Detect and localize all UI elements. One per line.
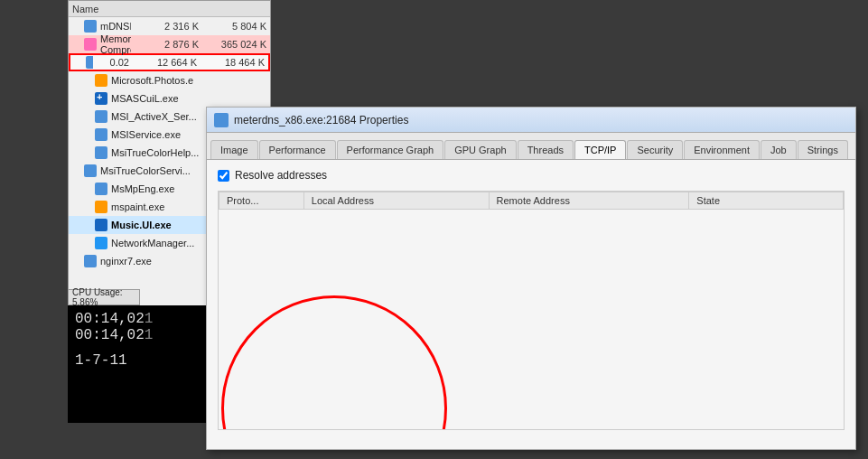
col-header-remote: Remote Address (489, 192, 689, 210)
process-icon (94, 218, 108, 232)
process-name: Memory Compression (100, 33, 131, 55)
tab-image[interactable]: Image (210, 140, 258, 159)
cpu-terminal: 00:14,021 00:14,021 1-7-11 (68, 305, 208, 423)
terminal-line-3: 1-7-11 (75, 352, 201, 369)
process-name: MsiTrueColorServi... (100, 165, 191, 176)
list-item[interactable]: Memory Compression 2 876 K 365 024 K (69, 35, 270, 53)
process-mem1: 2 876 K (131, 39, 199, 50)
process-mem1: 2 316 K (131, 21, 199, 32)
tab-strings[interactable]: Strings (798, 140, 848, 159)
process-name: MSI_ActiveX_Ser... (111, 111, 197, 122)
annotation-circle (221, 295, 447, 430)
process-icon (94, 182, 108, 196)
selected-process-item[interactable]: meterdns_x86.exe 0.02 12 664 K 18 464 K (69, 53, 270, 71)
process-icon (94, 109, 108, 124)
col-header-state: State (689, 192, 844, 210)
process-icon (94, 145, 108, 160)
process-name: mspaint.exe (111, 201, 164, 212)
col-header-name: Name (72, 4, 266, 14)
tab-security[interactable]: Security (627, 140, 683, 159)
tab-threads[interactable]: Threads (518, 140, 574, 159)
process-icon (83, 19, 98, 33)
process-icon (94, 127, 108, 142)
cpu-usage-label: CPU Usage: 5.86% (72, 287, 135, 307)
tab-gpu-graph[interactable]: GPU Graph (444, 140, 516, 159)
process-name: MSASCuiL.exe (111, 93, 179, 104)
process-name: MsiTrueColorHelp... (111, 147, 199, 158)
process-name: nginxr7.exe (100, 256, 152, 267)
tcp-table: Proto... Local Address Remote Address St… (219, 192, 844, 210)
tab-performance[interactable]: Performance (259, 140, 336, 159)
process-icon (83, 164, 98, 178)
process-mem2: 5 804 K (199, 21, 266, 32)
process-name: Microsoft.Photos.e (111, 75, 193, 86)
window-titlebar: meterdns_x86.exe:21684 Properties (207, 108, 855, 133)
process-icon (94, 200, 108, 214)
process-icon (83, 37, 98, 52)
col-header-local: Local Address (303, 192, 489, 210)
process-name: MSIService.exe (111, 129, 181, 140)
process-name: MsMpEng.exe (111, 183, 174, 194)
terminal-line-1: 00:14,021 (75, 311, 201, 327)
tabs-bar: Image Performance Performance Graph GPU … (207, 133, 855, 160)
window-icon (214, 113, 229, 127)
tab-performance-graph[interactable]: Performance Graph (337, 140, 444, 159)
resolve-addresses-row: Resolve addresses (218, 169, 845, 182)
tab-job[interactable]: Job (761, 140, 797, 159)
terminal-line-2: 00:14,021 (75, 327, 201, 343)
process-icon (94, 73, 108, 88)
process-icon (83, 254, 98, 268)
process-name: Music.UI.exe (111, 220, 172, 230)
process-icon (85, 55, 93, 70)
process-name: mDNSResponder.exe (100, 21, 131, 32)
list-item[interactable]: MSASCuiL.exe (69, 89, 270, 108)
process-icon (94, 91, 108, 106)
process-mem2: 365 024 K (199, 39, 266, 50)
col-header-proto: Proto... (219, 192, 304, 210)
process-mem2: 18 464 K (197, 57, 265, 68)
process-icon (94, 236, 108, 250)
properties-window: meterdns_x86.exe:21684 Properties Image … (206, 107, 856, 450)
process-name: NetworkManager... (111, 238, 194, 248)
tab-environment[interactable]: Environment (684, 140, 760, 159)
list-item[interactable]: mDNSResponder.exe 2 316 K 5 804 K (69, 17, 270, 35)
list-item[interactable]: Microsoft.Photos.e (69, 71, 270, 89)
process-mem1: 12 664 K (129, 57, 197, 68)
resolve-addresses-label: Resolve addresses (235, 169, 327, 182)
window-title: meterdns_x86.exe:21684 Properties (234, 114, 408, 126)
resolve-addresses-checkbox[interactable] (218, 170, 229, 182)
tcp-table-wrapper: Proto... Local Address Remote Address St… (218, 191, 845, 430)
cpu-status-bar: CPU Usage: 5.86% (68, 289, 140, 305)
process-cpu: 0.02 (93, 57, 129, 68)
content-area: Resolve addresses Proto... Local Address… (207, 160, 855, 449)
tab-tcp-ip[interactable]: TCP/IP (574, 140, 626, 159)
